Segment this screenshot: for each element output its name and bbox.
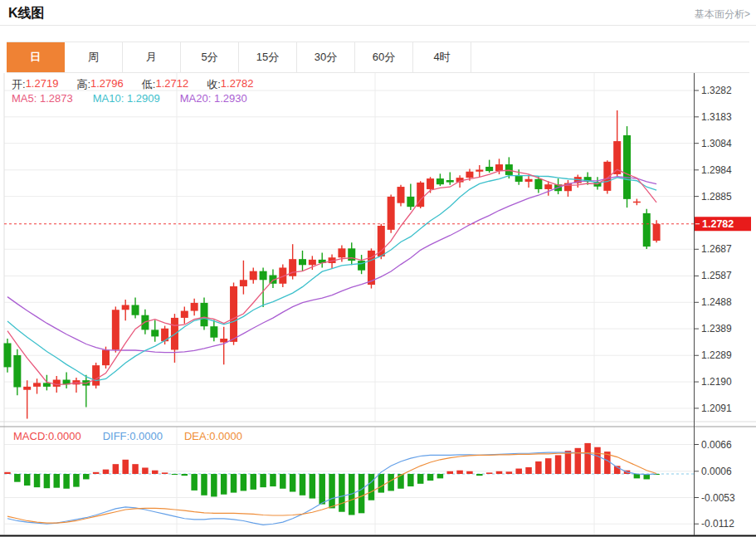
macd-bar — [211, 474, 217, 496]
candlestick — [33, 383, 41, 387]
high-value: 1.2796 — [90, 77, 124, 92]
macd-bar — [54, 474, 61, 488]
tab-5分[interactable]: 5分 — [181, 42, 239, 72]
macd-bar — [437, 474, 444, 478]
macd-bar — [545, 458, 552, 474]
tab-60分[interactable]: 60分 — [355, 42, 413, 72]
ma10-value: 1.2909 — [127, 92, 160, 105]
macd-bar — [4, 472, 11, 474]
macd-bar — [310, 474, 316, 499]
kline-page: 1.32821.31831.30841.29841.28851.26871.25… — [0, 0, 756, 537]
macd-bar — [113, 464, 119, 474]
macd-bar — [339, 474, 345, 512]
price-axis-label: 1.2984 — [701, 164, 732, 176]
header-divider — [0, 25, 756, 26]
macd-bar — [466, 471, 473, 474]
ma20-value: 1.2930 — [214, 92, 247, 105]
ma-bar: MA5: 1.2873 MA10: 1.2909 MA20: 1.2930 — [12, 92, 267, 105]
tab-30分[interactable]: 30分 — [297, 42, 355, 72]
candlestick — [13, 355, 21, 388]
tab-4时[interactable]: 4时 — [413, 42, 471, 72]
candlestick — [4, 343, 12, 367]
macd-bar — [172, 474, 178, 475]
macd-axis-label: -0.0112 — [701, 518, 734, 530]
candlestick — [260, 271, 267, 281]
macd-bar — [476, 474, 483, 476]
macd-bar — [300, 474, 306, 496]
low-value: 1.2712 — [155, 77, 188, 92]
candlestick — [534, 179, 542, 189]
candlestick — [181, 311, 188, 318]
candlestick — [250, 271, 257, 281]
candlestick — [53, 380, 61, 387]
macd-bar — [142, 467, 149, 474]
macd-axis-label: 0.0066 — [701, 439, 732, 451]
candlestick — [338, 248, 345, 257]
macd-bar — [34, 474, 41, 487]
page-title: K线图 — [8, 5, 45, 22]
candlestick — [633, 202, 641, 203]
open-value: 1.2719 — [26, 77, 59, 92]
macd-bar — [241, 474, 247, 491]
high-label: 高: — [76, 77, 90, 92]
macd-value: 0.0000 — [48, 430, 81, 442]
macd-bar — [24, 474, 31, 486]
macd-bar — [594, 447, 601, 474]
macd-bar — [407, 474, 414, 486]
period-tab-bar: 日周月5分15分30分60分4时 — [7, 41, 749, 73]
price-axis-label: 1.2885 — [701, 191, 732, 203]
candlestick — [653, 224, 661, 241]
candlestick — [623, 135, 631, 199]
candlestick — [378, 226, 385, 256]
macd-bar — [358, 474, 365, 513]
macd-axis-label: 0.0006 — [701, 466, 732, 477]
candlestick — [427, 178, 434, 189]
candlestick — [230, 286, 237, 342]
open-label: 开: — [12, 77, 26, 92]
macd-bar — [447, 471, 454, 474]
candlestick — [643, 213, 651, 247]
macd-bar — [182, 474, 188, 476]
macd-bar — [93, 472, 100, 474]
macd-bar — [251, 474, 257, 490]
candlestick — [485, 167, 493, 171]
macd-bar — [456, 471, 463, 474]
tab-月[interactable]: 月 — [123, 42, 181, 72]
price-axis-label: 1.3282 — [701, 85, 732, 96]
macd-bar — [73, 474, 80, 487]
price-axis-label: 1.2289 — [701, 349, 732, 361]
current-price-label: 1.2782 — [702, 218, 734, 230]
tab-周[interactable]: 周 — [65, 42, 123, 72]
candlestick — [495, 164, 503, 171]
macd-bar — [63, 474, 70, 489]
candlestick — [210, 326, 217, 338]
price-axis-label: 1.3183 — [701, 111, 732, 123]
macd-bar — [506, 471, 513, 474]
price-axis-label: 1.2687 — [701, 243, 732, 255]
macd-bar — [555, 455, 562, 474]
macd-bar — [191, 474, 198, 491]
macd-bar — [83, 474, 90, 479]
macd-bar — [496, 471, 503, 474]
macd-bar — [270, 474, 276, 486]
candlestick — [505, 164, 513, 175]
low-label: 低: — [142, 77, 156, 92]
candlestick — [201, 303, 208, 326]
ma5-label: MA5: — [12, 92, 37, 105]
price-axis-label: 1.3084 — [701, 138, 732, 149]
close-value: 1.2782 — [221, 77, 254, 92]
price-axis-label: 1.2091 — [701, 403, 732, 414]
macd-bar — [201, 474, 207, 496]
macd-bar — [231, 474, 237, 493]
candlestick — [122, 305, 129, 310]
fundamental-analysis-link[interactable]: 基本面分析> — [695, 7, 750, 22]
ma20-label: MA20: — [180, 92, 212, 105]
candlestick — [151, 330, 159, 336]
ohlc-bar: 开: 1.2719 高: 1.2796 低: 1.2712 收: 1.2782 — [12, 77, 272, 92]
macd-axis-label: -0.0053 — [701, 492, 735, 504]
candlestick — [240, 280, 247, 286]
dea-value: 0.0000 — [209, 430, 242, 442]
candlestick — [43, 383, 51, 387]
tab-日[interactable]: 日 — [7, 42, 65, 72]
tab-15分[interactable]: 15分 — [239, 42, 297, 72]
